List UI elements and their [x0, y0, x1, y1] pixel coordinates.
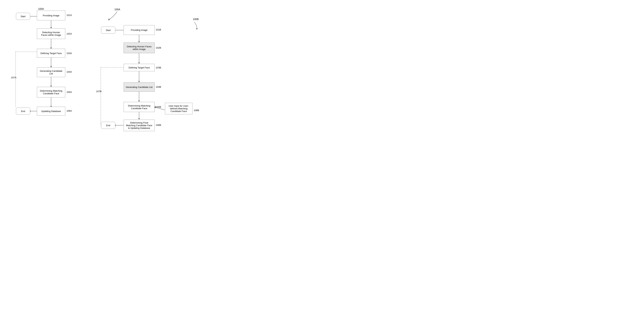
- box-102b: Detecting Human Faces within Image: [124, 42, 155, 53]
- end-box-b: End: [101, 122, 115, 129]
- label-105a: Determining Matching Candidate Face: [39, 89, 63, 95]
- ref-103b: 103B: [156, 66, 161, 69]
- box-106b: Determining Final Matching Candidate Fac…: [124, 120, 155, 131]
- ref-105a: 105A: [66, 91, 72, 93]
- label-102b: Detecting Human Faces within Image: [126, 45, 153, 50]
- box-104b: Generating Candidate List: [124, 82, 155, 92]
- box-105b: Determining Matching Candidate Face: [124, 102, 155, 112]
- ref-105b: 105B: [156, 106, 161, 108]
- chart-b-arrow-label: 100A: [114, 8, 120, 11]
- box-103a: Defining Target Face: [37, 49, 65, 58]
- svg-marker-28: [138, 100, 140, 102]
- ref-101b: 101B: [156, 28, 161, 31]
- ref-102a: 102A: [66, 32, 72, 35]
- box-101a: Providing Image: [37, 11, 65, 20]
- chart-a-title: 100A: [38, 7, 44, 10]
- end-label-a: End: [21, 110, 25, 113]
- label-103a: Defining Target Face: [40, 52, 62, 55]
- box-108b: User Input for User-defined Matching Can…: [165, 103, 192, 114]
- label-103b: Defining Target Face: [128, 66, 150, 69]
- label-101a: Providing Image: [43, 14, 60, 17]
- svg-marker-30: [138, 118, 140, 120]
- box-105a: Determining Matching Candidate Face: [37, 87, 65, 97]
- svg-marker-24: [138, 62, 140, 64]
- ref-104a: 104A: [66, 70, 72, 73]
- box-102a: Detecting Human Faces within Image: [37, 28, 65, 39]
- label-101b: Providing Image: [131, 29, 148, 31]
- svg-marker-18: [196, 28, 198, 30]
- ref-106b: 106B: [156, 124, 161, 126]
- end-label-b: End: [106, 124, 110, 127]
- box-103b: Defining Target Face: [124, 64, 155, 71]
- label-106a: Updating Database: [41, 110, 61, 113]
- svg-marker-22: [138, 41, 140, 42]
- chart-a: 100A: [11, 7, 78, 131]
- chart-b-title: 100B: [193, 18, 199, 20]
- label-102a: Detecting Human Faces within Image: [39, 31, 63, 36]
- start-box-a: Start: [16, 13, 30, 20]
- ref-108b: 108B: [194, 109, 199, 112]
- diagram-container: 100A: [4, 3, 245, 145]
- box-104a: Generating Candidate List: [37, 67, 65, 77]
- box-106a: Updating Database: [37, 107, 65, 116]
- ref-106a: 106A: [66, 109, 72, 112]
- label-106b: Determining Final Matching Candidate Fac…: [126, 121, 153, 129]
- end-box-a: End: [16, 108, 30, 115]
- ref-107a: 107A: [11, 76, 16, 79]
- label-105b: Determining Matching Candidate Face: [126, 104, 153, 110]
- start-label-a: Start: [20, 15, 25, 18]
- ref-101a: 101A: [66, 14, 72, 16]
- ref-104b: 104B: [156, 86, 161, 88]
- ref-107b: 107B: [96, 90, 102, 93]
- box-101b: Providing Image: [124, 25, 155, 35]
- chart-b: 100A 100B: [96, 7, 202, 142]
- label-104b: Generating Candidate List: [126, 86, 152, 88]
- label-104a: Generating Candidate List: [39, 70, 63, 75]
- start-label-b: Start: [106, 29, 110, 31]
- ref-102b: 102B: [156, 46, 161, 49]
- start-box-b: Start: [101, 26, 115, 34]
- ref-103a: 103A: [66, 52, 72, 55]
- svg-marker-26: [138, 81, 140, 82]
- label-108b: User Input for User-defined Matching Can…: [167, 105, 190, 113]
- svg-marker-17: [108, 18, 110, 20]
